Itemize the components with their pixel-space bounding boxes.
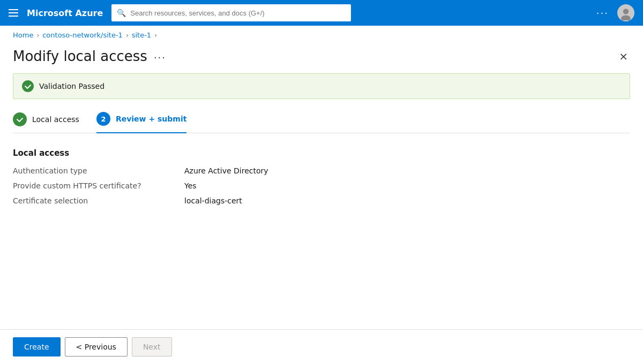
breadcrumb-sep-2: › bbox=[126, 32, 129, 39]
previous-button[interactable]: < Previous bbox=[65, 337, 128, 357]
search-icon: 🔍 bbox=[117, 9, 126, 17]
section-title: Local access bbox=[13, 148, 630, 158]
breadcrumb-home[interactable]: Home bbox=[13, 31, 33, 39]
auth-type-value: Azure Active Directory bbox=[184, 166, 268, 175]
page-more-options[interactable]: ··· bbox=[154, 52, 166, 63]
steps-row: Local access 2 Review + submit bbox=[13, 112, 630, 133]
breadcrumb-sep-1: › bbox=[36, 32, 39, 39]
content-area: Validation Passed Local access 2 Review … bbox=[0, 73, 643, 329]
breadcrumb-site[interactable]: site-1 bbox=[132, 31, 151, 39]
validation-text: Validation Passed bbox=[39, 82, 104, 90]
https-cert-label: Provide custom HTTPS certificate? bbox=[13, 181, 184, 190]
step-1-circle bbox=[13, 112, 27, 126]
validation-passed-icon bbox=[22, 80, 34, 92]
page-header: Modify local access ··· × bbox=[0, 43, 643, 73]
detail-row-cert-selection: Certificate selection local-diags-cert bbox=[13, 196, 630, 205]
topbar-more-options[interactable]: ··· bbox=[596, 7, 609, 19]
step-2-circle: 2 bbox=[96, 112, 110, 126]
create-button[interactable]: Create bbox=[13, 337, 61, 357]
hamburger-menu[interactable] bbox=[9, 9, 18, 17]
close-button[interactable]: × bbox=[617, 48, 630, 65]
topbar: Microsoft Azure 🔍 ··· bbox=[0, 0, 643, 26]
next-button: Next bbox=[132, 337, 172, 357]
main-content: Home › contoso-network/site-1 › site-1 ›… bbox=[0, 26, 643, 364]
footer: Create < Previous Next bbox=[0, 329, 643, 364]
step-2-label: Review + submit bbox=[116, 115, 187, 123]
detail-row-auth-type: Authentication type Azure Active Directo… bbox=[13, 166, 630, 175]
search-bar[interactable]: 🔍 bbox=[111, 4, 350, 21]
breadcrumb-sep-3: › bbox=[154, 32, 157, 39]
page-title: Modify local access bbox=[13, 48, 147, 64]
cert-selection-label: Certificate selection bbox=[13, 196, 184, 205]
breadcrumb: Home › contoso-network/site-1 › site-1 › bbox=[0, 26, 643, 43]
https-cert-value: Yes bbox=[184, 181, 197, 190]
search-input[interactable] bbox=[130, 9, 345, 17]
step-local-access[interactable]: Local access bbox=[13, 112, 79, 133]
breadcrumb-network[interactable]: contoso-network/site-1 bbox=[42, 31, 123, 39]
local-access-section: Local access Authentication type Azure A… bbox=[13, 148, 630, 205]
step-1-label: Local access bbox=[32, 115, 79, 124]
validation-banner: Validation Passed bbox=[13, 73, 630, 99]
avatar[interactable] bbox=[617, 4, 634, 21]
svg-point-1 bbox=[623, 9, 629, 14]
cert-selection-value: local-diags-cert bbox=[184, 196, 242, 205]
app-logo: Microsoft Azure bbox=[27, 8, 103, 18]
step-review-submit[interactable]: 2 Review + submit bbox=[96, 112, 187, 133]
detail-row-https-cert: Provide custom HTTPS certificate? Yes bbox=[13, 181, 630, 190]
auth-type-label: Authentication type bbox=[13, 166, 184, 175]
